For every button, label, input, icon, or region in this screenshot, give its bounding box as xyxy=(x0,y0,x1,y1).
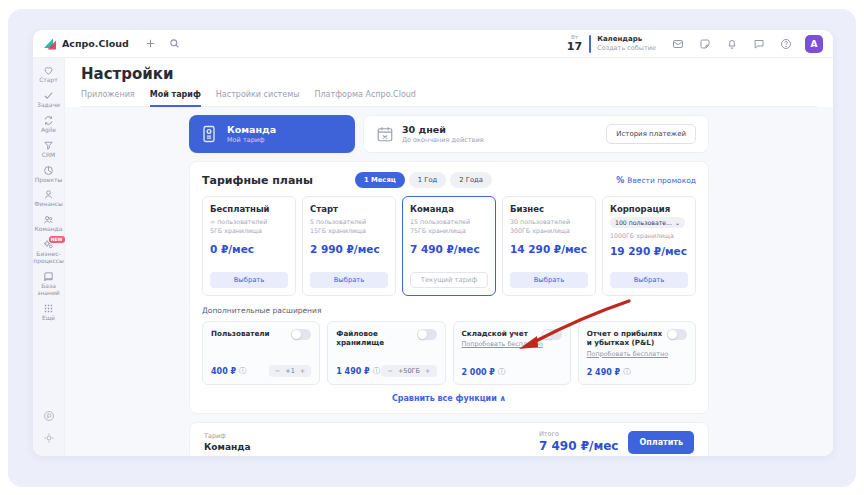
plan-price: 7 490 ₽/мес xyxy=(410,243,488,255)
current-plan-button[interactable]: Текущий тариф xyxy=(410,272,488,288)
sidebar-item-start[interactable]: Старт xyxy=(33,65,65,84)
plan-storage: 75ГБ хранилища xyxy=(410,227,466,234)
plan-badge-icon xyxy=(199,124,219,144)
period-2years[interactable]: 2 Года xyxy=(450,172,492,188)
current-plan-name: Команда xyxy=(227,124,276,136)
compare-functions-link[interactable]: Сравнить все функции ∧ xyxy=(202,394,696,403)
addon-stepper: − +50ГБ + xyxy=(381,365,436,377)
page-title: Настройки xyxy=(81,65,817,83)
addon-toggle[interactable] xyxy=(542,329,562,340)
addon-card-storage: Файловое хранилище 1 490 ₽ ⓘ − +50ГБ xyxy=(327,321,445,385)
sidebar: Старт Задачи Agile CRM Проекты xyxy=(33,58,65,456)
payment-history-button[interactable]: История платежей xyxy=(606,124,696,144)
book-icon xyxy=(43,271,54,282)
calendar-subtitle: Создать событие xyxy=(597,44,656,52)
promo-code-link[interactable]: % Ввести промокод xyxy=(616,176,696,185)
tab-apps[interactable]: Приложения xyxy=(81,90,135,106)
sidebar-item-team[interactable]: Команда xyxy=(33,214,65,233)
addon-toggle[interactable] xyxy=(667,329,687,340)
tab-platform[interactable]: Платформа Аспро.Cloud xyxy=(314,90,415,106)
plan-users: 30 пользователей xyxy=(510,218,570,225)
tab-system-settings[interactable]: Настройки системы xyxy=(216,90,300,106)
total-value: 7 490 ₽/мес xyxy=(539,439,619,455)
chat-icon[interactable] xyxy=(751,36,767,52)
app-frame: Аспро.Cloud Вт 17 Календарь Создать собы… xyxy=(33,30,833,456)
addon-stepper: − +1 + xyxy=(269,365,312,377)
new-badge: NEW xyxy=(49,236,65,243)
bell-icon[interactable] xyxy=(724,36,740,52)
stepper-plus-button[interactable]: + xyxy=(425,367,430,375)
info-icon[interactable]: ⓘ xyxy=(239,366,247,376)
select-plan-button[interactable]: Выбрать xyxy=(610,272,688,288)
divider xyxy=(589,35,591,53)
search-icon[interactable] xyxy=(167,36,183,52)
users-count-select[interactable]: 100 пользовате... ⌄ xyxy=(610,217,685,228)
calendar-title: Календарь xyxy=(597,35,656,44)
stepper-minus-button[interactable]: − xyxy=(275,367,280,375)
check-icon xyxy=(43,90,54,101)
plan-price: 19 290 ₽/мес xyxy=(610,245,688,257)
sidebar-item-crm[interactable]: CRM xyxy=(33,140,65,159)
sidebar-footer xyxy=(43,410,55,444)
plan-price: 0 ₽/мес xyxy=(210,243,288,255)
notes-icon[interactable] xyxy=(697,36,713,52)
plan-card-start: Старт 5 пользователей15ГБ хранилища 2 99… xyxy=(302,196,396,296)
current-plan-card[interactable]: Команда Мой тариф xyxy=(189,115,355,153)
try-free-link[interactable]: Попробовать бесплатно xyxy=(462,340,543,348)
info-icon[interactable]: ⓘ xyxy=(623,367,631,377)
content-area: Команда Мой тариф 30 дней До xyxy=(65,107,833,456)
info-icon[interactable]: ⓘ xyxy=(373,366,381,376)
tab-my-tariff[interactable]: Мой тариф xyxy=(150,90,201,107)
calendar-icon xyxy=(376,125,394,143)
pay-button[interactable]: Оплатить xyxy=(628,431,694,454)
calendar-widget[interactable]: Календарь Создать событие xyxy=(597,35,656,52)
addon-toggle[interactable] xyxy=(291,329,311,340)
stepper-plus-button[interactable]: + xyxy=(300,367,305,375)
sidebar-item-bizprocess[interactable]: NEW Бизнес-процессы xyxy=(33,239,65,265)
select-plan-button[interactable]: Выбрать xyxy=(310,272,388,288)
date-day: 17 xyxy=(567,41,582,52)
days-remaining: 30 дней xyxy=(402,124,484,136)
sidebar-item-tasks[interactable]: Задачи xyxy=(33,90,65,109)
plan-storage: 1000ГБ хранилища xyxy=(610,232,674,239)
info-icon[interactable]: ⓘ xyxy=(498,367,506,377)
addon-price: 1 490 ₽ xyxy=(336,367,369,376)
addon-toggle[interactable] xyxy=(417,329,437,340)
add-button[interactable] xyxy=(143,36,159,52)
tariff-plans-title: Тарифные планы xyxy=(202,174,313,187)
select-plan-button[interactable]: Выбрать xyxy=(210,272,288,288)
team-icon xyxy=(43,214,54,225)
avatar[interactable]: A xyxy=(805,35,823,53)
sidebar-item-more[interactable]: Ещё xyxy=(33,303,65,322)
partner-logo-icon[interactable] xyxy=(43,410,55,422)
addon-card-pnl-report: Отчет о прибылях и убытках (P&L) Попробо… xyxy=(578,321,696,385)
sidebar-item-agile[interactable]: Agile xyxy=(33,115,65,134)
tariff-value: Команда xyxy=(204,442,251,452)
percent-icon: % xyxy=(616,176,624,185)
plan-card-free: Бесплатный ∞ пользователей5ГБ хранилища … xyxy=(202,196,296,296)
sidebar-item-projects[interactable]: Проекты xyxy=(33,165,65,184)
plan-card-team-current: Команда 15 пользователей75ГБ хранилища 7… xyxy=(402,196,496,296)
plan-card-corporation: Корпорация 100 пользовате... ⌄ 1000ГБ хр… xyxy=(602,196,696,296)
addons-title: Дополнительные расширения xyxy=(202,306,696,315)
plan-storage: 15ГБ хранилища xyxy=(310,227,366,234)
screen: Аспро.Cloud Вт 17 Календарь Создать собы… xyxy=(0,0,864,495)
date-widget[interactable]: Вт 17 xyxy=(567,35,582,52)
settings-logo-icon[interactable] xyxy=(43,432,55,444)
plan-storage: 5ГБ хранилища xyxy=(210,227,262,234)
days-remaining-card: 30 дней До окончания действия История пл… xyxy=(363,115,709,153)
brand-name: Аспро.Cloud xyxy=(62,38,129,49)
period-1month[interactable]: 1 Месяц xyxy=(355,172,405,188)
select-plan-button[interactable]: Выбрать xyxy=(510,272,588,288)
help-icon[interactable] xyxy=(778,36,794,52)
addon-price: 2 000 ₽ xyxy=(462,368,495,377)
sidebar-item-finance[interactable]: Финансы xyxy=(33,189,65,208)
mail-icon[interactable] xyxy=(670,36,686,52)
period-1year[interactable]: 1 Год xyxy=(409,172,447,188)
page-header: Настройки Приложения Мой тариф Настройки… xyxy=(65,58,833,107)
days-remaining-sub: До окончания действия xyxy=(402,136,484,144)
sidebar-item-knowledge[interactable]: База знаний xyxy=(33,271,65,297)
stepper-minus-button[interactable]: − xyxy=(387,367,392,375)
addon-card-warehouse: Складской учет Попробовать бесплатно 2 0… xyxy=(453,321,571,385)
try-free-link[interactable]: Попробовать бесплатно xyxy=(587,350,668,358)
